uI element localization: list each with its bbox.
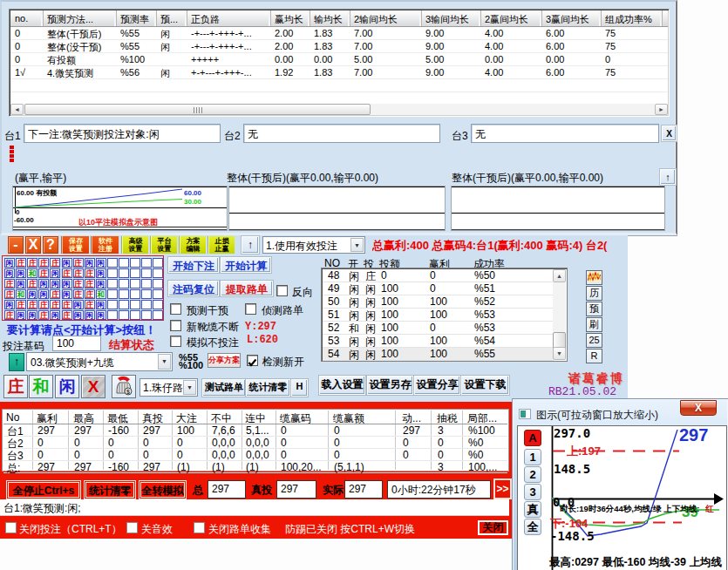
bead-cell-empty[interactable]	[141, 300, 152, 309]
chart-mode-all-button[interactable]: 全	[524, 519, 541, 535]
scroll-up-button[interactable]: ▲	[553, 269, 566, 282]
save-settings-button[interactable]: 保存 设置	[61, 236, 89, 254]
bead-cell-empty[interactable]	[153, 268, 163, 278]
bead-cell-r1c2[interactable]: 和	[27, 268, 37, 278]
bead-cell-r0c6[interactable]: 庄	[73, 258, 84, 268]
bead-cell-r3c2[interactable]: 闲	[27, 289, 37, 299]
bet-history-row[interactable]: 54闲闲100100%55	[323, 348, 554, 361]
platform-settings-button[interactable]: 平台 设置	[150, 236, 177, 254]
close-bet-checkbox[interactable]	[5, 522, 17, 533]
bead-cell-empty[interactable]	[141, 279, 152, 288]
bead-cell-empty[interactable]	[107, 279, 118, 288]
pred-table-row[interactable]: 1√4.微笑预测%56闲+-+---+-+++-...1.921.837.009…	[10, 66, 668, 79]
bead-cell-empty[interactable]	[141, 258, 152, 268]
prediction-table[interactable]: no.预测方法...预测率预...正负路赢均长输均长2输间均长3输间均长2赢间均…	[9, 9, 670, 117]
bead-cell-empty[interactable]	[107, 310, 118, 320]
pred-table-row[interactable]: 0整体(干预后)%55闲-+---+-+++-+...2.001.837.009…	[10, 27, 668, 40]
predict-button[interactable]: 预	[586, 302, 602, 316]
bead-cell-empty[interactable]	[130, 300, 140, 309]
advanced-settings-button[interactable]: 高级 设置	[121, 236, 148, 254]
start-calc-button[interactable]: 开始计算	[221, 257, 271, 273]
close-button[interactable]: X	[25, 236, 41, 254]
bead-cell-empty[interactable]	[141, 289, 152, 299]
bead-cell-r2c0[interactable]: 庄	[4, 279, 15, 288]
start-bet-button[interactable]: 开始下注	[168, 257, 219, 273]
bead-cell-r5c5[interactable]: 庄	[62, 310, 72, 320]
bead-cell-r0c7[interactable]: 闲	[85, 258, 95, 268]
scroll-down-button[interactable]: ▼	[553, 347, 566, 360]
stop-loss-win-button[interactable]: 止损 止赢	[208, 236, 235, 254]
bead-cell-r0c3[interactable]: 庄	[38, 258, 49, 268]
bead-cell-empty[interactable]	[119, 289, 129, 299]
cancel-bet-button[interactable]: X	[81, 375, 105, 398]
prediction-table-hscrollbar[interactable]: ◄ ►	[10, 104, 668, 115]
pred-col-8[interactable]: 3输间均长	[422, 10, 481, 26]
bead-cell-r4c2[interactable]: 庄	[27, 300, 37, 309]
settings-share-button[interactable]: 设置分享	[414, 376, 460, 395]
bead-cell-empty[interactable]	[141, 310, 152, 320]
tai-close-button[interactable]: X	[662, 126, 677, 141]
bead-cell-r2c4[interactable]: 闲	[50, 279, 60, 288]
pred-col-7[interactable]: 2输间均长	[350, 10, 422, 26]
plan-edit-button[interactable]: 方案 编辑	[179, 236, 206, 254]
bead-cell-r2c3[interactable]: 闲	[38, 279, 49, 288]
bead-cell-r4c1[interactable]: 庄	[16, 300, 26, 309]
history-button[interactable]: 历	[586, 286, 602, 301]
minimize-button[interactable]: -	[8, 236, 24, 254]
collapse-up-button[interactable]: ↑	[660, 169, 676, 185]
bead-cell-r3c8[interactable]: 和	[96, 289, 106, 299]
bead-cell-r1c1[interactable]: 闲	[16, 268, 26, 278]
dropdown-arrow-icon[interactable]: ▼	[158, 354, 171, 370]
bead-cell-r1c6[interactable]: 庄	[73, 268, 84, 278]
bead-cell-r4c5[interactable]: 庄	[62, 300, 72, 309]
load-settings-button[interactable]: 载入设置	[319, 376, 365, 395]
bead-cell-r4c8[interactable]: 闲	[96, 300, 106, 309]
bead-cell-empty[interactable]	[119, 310, 129, 320]
check-new-checkbox[interactable]	[247, 355, 258, 366]
pred-col-0[interactable]: no.	[11, 10, 44, 26]
bead-cell-r4c6[interactable]: 闲	[73, 300, 84, 309]
plan-up-button[interactable]: ↑	[9, 353, 24, 371]
bead-cell-empty[interactable]	[153, 279, 163, 288]
dropdown-arrow-icon[interactable]: ▼	[183, 380, 196, 395]
pred-col-9[interactable]: 2赢间均长	[481, 10, 542, 26]
bead-cell-r5c7[interactable]: 闲	[85, 310, 95, 320]
pred-col-1[interactable]: 预测方法...	[44, 10, 117, 26]
bead-cell-r1c7[interactable]: 庄	[85, 268, 95, 278]
chart-mode-a-button[interactable]: A	[524, 430, 541, 446]
road-type-select[interactable]: 1.珠仔路 ▼	[139, 378, 198, 397]
bead-cell-r2c7[interactable]: 庄	[85, 279, 95, 288]
bead-cell-empty[interactable]	[153, 310, 163, 320]
bead-cell-r4c0[interactable]: 闲	[4, 300, 15, 309]
bead-cell-r4c4[interactable]: 庄	[50, 300, 60, 309]
pred-col-2[interactable]: 预测率	[117, 10, 157, 26]
bead-cell-r0c1[interactable]: 庄	[16, 258, 26, 268]
scroll-left-button[interactable]: ◄	[10, 104, 24, 115]
stat-clear-button[interactable]: 统计清零	[84, 480, 136, 499]
bead-cell-r3c3[interactable]: 闲	[38, 289, 49, 299]
total-input[interactable]: 297	[208, 480, 246, 499]
bead-cell-r5c0[interactable]: 庄	[4, 310, 15, 320]
pred-col-10[interactable]: 3赢间均长	[542, 10, 602, 26]
banker-button[interactable]: 庄	[3, 375, 28, 398]
bet-history-row[interactable]: 49闲闲1000%51	[323, 282, 554, 295]
bead-cell-r2c6[interactable]: 庄	[73, 279, 84, 288]
bead-cell-r5c6[interactable]: 闲	[73, 310, 84, 320]
bet-mode-select[interactable]: 1.使用有效投注 ▼	[262, 236, 365, 254]
bead-cell-empty[interactable]	[119, 279, 129, 288]
hscroll-thumb[interactable]	[24, 104, 371, 115]
bead-cell-empty[interactable]	[107, 258, 118, 268]
bead-cell-empty[interactable]	[119, 300, 129, 309]
tie-button[interactable]: 和	[29, 375, 53, 398]
close-panel-button[interactable]: 关闭	[478, 520, 508, 535]
tai2-input[interactable]: 无	[243, 124, 440, 143]
reverse-checkbox[interactable]	[276, 285, 288, 296]
elapsed-time-input[interactable]: 0小时:22分钟17秒	[387, 480, 491, 499]
test-road-button[interactable]: 测试路单	[202, 379, 246, 397]
pred-col-4[interactable]: 正负路	[187, 10, 271, 26]
bead-cell-r3c5[interactable]: 闲	[62, 289, 72, 299]
bead-cell-empty[interactable]	[153, 300, 163, 309]
extract-road-button[interactable]: 提取路单	[221, 281, 273, 296]
bead-cell-empty[interactable]	[107, 300, 118, 309]
btn-r[interactable]: R	[586, 349, 602, 363]
